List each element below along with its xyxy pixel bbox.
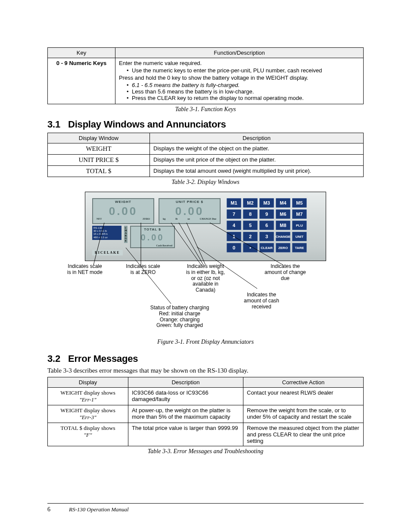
table3-cell: The total price value is larger than 999…: [128, 423, 243, 446]
key-2[interactable]: 2: [243, 232, 258, 241]
key-zero[interactable]: ZERO: [276, 243, 290, 252]
page-number: 6: [47, 506, 50, 513]
key-7[interactable]: 7: [227, 209, 241, 219]
key-m6[interactable]: M6: [276, 209, 290, 219]
weight-display-label: WEIGHT: [93, 200, 153, 204]
figure-caption: Figure 3-1. Front Display Annunciators: [47, 339, 364, 345]
page-footer: 6 RS-130 Operation Manual: [47, 503, 364, 513]
table-function-keys: Key Function/Description 0 - 9 Numeric K…: [47, 47, 364, 104]
table1-row-key: 0 - 9 Numeric Keys: [48, 58, 115, 104]
table2-cell: Displays the weight of the object on the…: [150, 143, 364, 155]
charge-indicator: CHARGE: [124, 226, 128, 243]
table2-cell: Displays the total amount owed (weight m…: [150, 166, 364, 177]
unit-price-display: UNIT PRICE $ 0.00 kg lb oz CHANGE Due: [159, 198, 221, 224]
table1-bullet: Less than 5.6 means the battery is in lo…: [127, 88, 360, 95]
brand-label: RICELAKE: [92, 250, 123, 255]
key-0[interactable]: 0: [227, 243, 241, 252]
lb-indicator: lb: [175, 218, 177, 220]
model-info: RS-130 30 x 0.01 lb 15 x 0.005 k 480 x 0…: [92, 226, 121, 240]
figure-3-1: WEIGHT 0.00 NET ZERO UNIT PRICE $ 0.00: [85, 192, 326, 337]
table1-line: Press and hold the 0 key to show the bat…: [119, 75, 308, 81]
key-m7[interactable]: M7: [292, 209, 307, 219]
key-m8[interactable]: M8: [276, 221, 290, 230]
table3-cell: TOTAL $ display shows"F": [48, 423, 128, 446]
table2-cell: UNIT PRICE $: [48, 155, 150, 166]
table1-bullet: Press the CLEAR key to return the displa…: [127, 95, 360, 101]
table1-bullet: Use the numeric keys to enter the price-…: [127, 67, 360, 74]
table2-head-desc: Description: [150, 133, 364, 143]
total-display: TOTAL $ 0.00 Cash Received: [130, 226, 175, 248]
table3-head-action: Corrective Action: [243, 377, 364, 388]
total-label: TOTAL $: [131, 227, 174, 231]
key-8[interactable]: 8: [243, 209, 258, 219]
table2-cell: WEIGHT: [48, 143, 150, 155]
weight-display: WEIGHT 0.00 NET ZERO: [92, 198, 154, 224]
table2-cell: Displays the unit price of the object on…: [150, 155, 364, 166]
kg-indicator: kg: [163, 218, 165, 220]
key-m3[interactable]: M3: [259, 198, 274, 208]
key-1[interactable]: 1: [227, 232, 241, 241]
table3-head-display: Display: [48, 377, 128, 388]
weight-value: 0.00: [93, 205, 153, 217]
table-display-windows: Display Window Description WEIGHT Displa…: [47, 133, 364, 177]
key-m2[interactable]: M2: [243, 198, 258, 208]
table3-head-desc: Description: [128, 377, 243, 388]
key-3[interactable]: 3: [259, 232, 274, 241]
table3-cell: Contact your nearest RLWS dealer: [243, 388, 364, 405]
key-m4[interactable]: M4: [276, 198, 290, 208]
section-3-2-body: Table 3-3 describes error messages that …: [47, 367, 364, 374]
section-num: 3.1: [47, 119, 68, 130]
table2-head-win: Display Window: [48, 133, 150, 143]
net-indicator: NET: [97, 218, 102, 220]
table1-bullet: 6.1 - 6.5 means the battery is fully-cha…: [127, 82, 360, 88]
key-m5[interactable]: M5: [292, 198, 307, 208]
table2-caption: Table 3-2. Display Windows: [47, 179, 364, 186]
change-due-indicator: CHANGE Due: [200, 218, 216, 220]
table-error-messages: Display Description Corrective Action WE…: [47, 377, 364, 446]
unit-price-label: UNIT PRICE $: [159, 200, 220, 204]
section-title: Error Messages: [68, 353, 138, 364]
callout-change: Indicates the amount of change due: [257, 264, 313, 281]
key-plu[interactable]: PLU: [292, 221, 307, 230]
total-value: 0.00: [131, 233, 174, 242]
table1-desc-intro: Enter the numeric value required.: [119, 60, 202, 66]
table3-cell: Remove the weight from the scale, or to …: [243, 405, 364, 423]
table1-caption: Table 3-1. Function Keys: [47, 106, 364, 113]
table3-cell: Remove the measured object from the plat…: [243, 423, 364, 446]
key-5[interactable]: 5: [243, 221, 258, 230]
table3-cell: IC93C66 data-loss or IC93C66 damaged/fau…: [128, 388, 243, 405]
callout-net: Indicates scale is in NET mode: [59, 264, 111, 276]
key-dot[interactable]: •: [243, 243, 258, 252]
key-4[interactable]: 4: [227, 221, 241, 230]
section-3-2-heading: 3.2Error Messages: [47, 353, 364, 364]
manual-title: RS-130 Operation Manual: [69, 506, 129, 513]
key-change[interactable]: CHANGE: [276, 232, 290, 241]
table3-cell: WEIGHT display shows"Err-1": [48, 388, 128, 405]
table1-head-key: Key: [48, 48, 115, 58]
scale-front-panel: WEIGHT 0.00 NET ZERO UNIT PRICE $ 0.00: [85, 192, 326, 261]
callout-charge: Status of battery charging Red: initial …: [137, 305, 223, 329]
table3-cell: At power-up, the weight on the platter i…: [128, 405, 243, 423]
callout-zero: Indicates scale is at ZERO: [119, 264, 167, 276]
oz-indicator: oz: [187, 218, 190, 220]
table3-caption: Table 3-3. Error Messages and Troublesho…: [47, 448, 364, 455]
table3-cell: WEIGHT display shows"Err-3": [48, 405, 128, 423]
callout-cash: Indicates the amount of cash received: [231, 292, 292, 310]
key-unit[interactable]: UNIT: [292, 232, 307, 241]
table1-head-desc: Function/Description: [115, 48, 364, 58]
key-6[interactable]: 6: [259, 221, 274, 230]
section-3-1-heading: 3.1Display Windows and Annunciators: [47, 119, 364, 130]
unit-price-value: 0.00: [159, 205, 220, 217]
section-num: 3.2: [47, 353, 68, 364]
callout-unit: Indicates weight is in either lb, kg, or…: [177, 264, 234, 293]
table1-row-desc: Enter the numeric value required. Use th…: [115, 58, 364, 104]
key-9[interactable]: 9: [259, 209, 274, 219]
table2-cell: TOTAL $: [48, 166, 150, 177]
key-m1[interactable]: M1: [227, 198, 241, 208]
zero-indicator: ZERO: [143, 218, 150, 220]
keypad: M1 M2 M3 M4 M5 7 8 9 M6 M7 4 5 6 M8 PLU …: [227, 198, 307, 252]
key-tare[interactable]: TARE: [292, 243, 307, 252]
key-clear[interactable]: CLEAR: [259, 243, 274, 252]
cash-received-indicator: Cash Received: [156, 244, 173, 247]
section-title: Display Windows and Annunciators: [68, 119, 226, 130]
